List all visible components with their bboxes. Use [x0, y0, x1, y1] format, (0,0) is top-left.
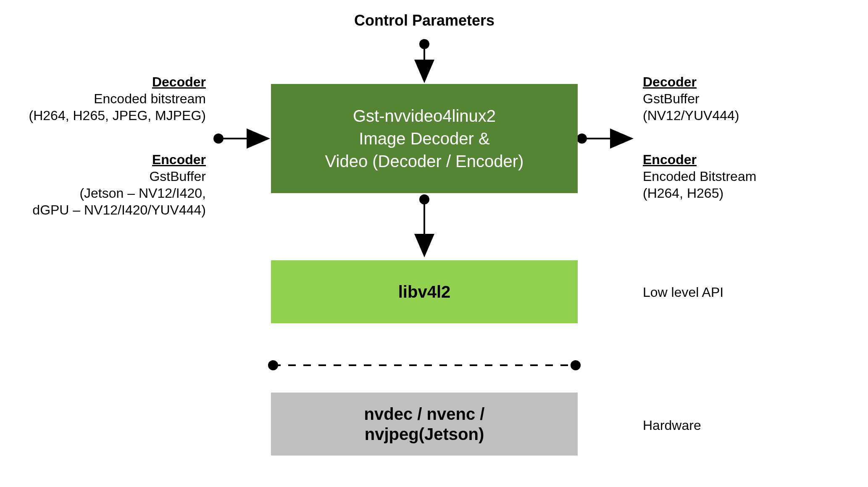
hardware-box: nvdec / nvenc / nvjpeg(Jetson): [271, 393, 578, 456]
left-decoder-line1: Encoded bitstream: [17, 90, 206, 107]
lib-box: libv4l2: [271, 260, 578, 323]
main-box-line1: Gst-nvvideo4linux2: [271, 105, 578, 127]
control-parameters-label: Control Parameters: [319, 12, 529, 29]
main-box-line2: Image Decoder &: [271, 127, 578, 150]
right-encoder-head: Encoder: [643, 152, 697, 167]
low-level-api-label: Low level API: [643, 285, 723, 300]
right-decoder-line2: (NV12/YUV444): [643, 107, 819, 124]
main-box-line3: Video (Decoder / Encoder): [271, 150, 578, 173]
left-encoder-line3: dGPU – NV12/I420/YUV444): [17, 202, 206, 218]
right-encoder-line2: (H264, H265): [643, 185, 819, 202]
left-encoder-head: Encoder: [152, 152, 206, 167]
left-encoder-line1: GstBuffer: [17, 168, 206, 185]
right-decoder-line1: GstBuffer: [643, 90, 819, 107]
lib-box-label: libv4l2: [398, 283, 451, 301]
left-encoder-block: Encoder GstBuffer (Jetson – NV12/I420, d…: [17, 151, 206, 218]
left-decoder-line2: (H264, H265, JPEG, MJPEG): [17, 107, 206, 124]
hardware-label: Hardware: [643, 418, 701, 433]
right-decoder-head: Decoder: [643, 74, 697, 89]
right-encoder-block: Encoder Encoded Bitstream (H264, H265): [643, 151, 819, 202]
hardware-box-line1: nvdec / nvenc /: [364, 404, 485, 424]
hardware-box-line2: nvjpeg(Jetson): [365, 424, 484, 444]
left-decoder-head: Decoder: [152, 74, 206, 89]
left-encoder-line2: (Jetson – NV12/I420,: [17, 185, 206, 202]
main-box: Gst-nvvideo4linux2 Image Decoder & Video…: [271, 84, 578, 193]
right-encoder-line1: Encoded Bitstream: [643, 168, 819, 185]
left-decoder-block: Decoder Encoded bitstream (H264, H265, J…: [17, 73, 206, 124]
diagram-canvas: Control Parameters Decoder Encoded bitst…: [0, 0, 868, 487]
right-decoder-block: Decoder GstBuffer (NV12/YUV444): [643, 73, 819, 124]
